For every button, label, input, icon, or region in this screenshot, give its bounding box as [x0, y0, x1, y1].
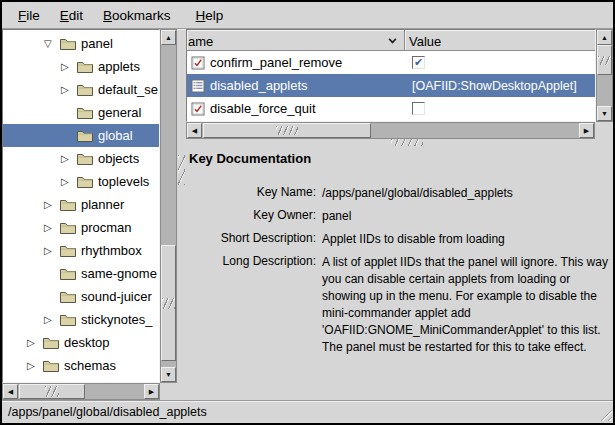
expander-closed-icon[interactable]: ▷ — [61, 62, 77, 72]
key-list-horizontal-scrollbar[interactable]: ◀ ▶ — [186, 122, 595, 139]
menu-edit[interactable]: Edit — [50, 4, 93, 27]
expander-open-icon[interactable]: ▽ — [44, 39, 60, 49]
key-value-text: [OAFIID:ShowDesktopApplet] — [412, 79, 577, 93]
scrollbar-thumb[interactable] — [597, 45, 612, 75]
sort-indicator-icon — [389, 36, 397, 44]
scroll-down-button[interactable]: ▼ — [161, 367, 176, 382]
key-documentation-pane: Key Documentation Key Name: /apps/panel/… — [186, 147, 613, 400]
doc-label-long-description: Long Description: — [189, 254, 316, 356]
tree-item-rhythmbox[interactable]: ▷rhythmbox — [3, 239, 159, 262]
key-row-confirm-panel-remove[interactable]: confirm_panel_remove ✔ — [187, 51, 595, 74]
value-checkbox-unchecked[interactable] — [412, 102, 425, 115]
folder-icon — [77, 175, 93, 188]
tree-item-stickynotes[interactable]: ▷stickynotes_ — [3, 308, 159, 331]
menubar: File Edit Bookmarks Help — [2, 2, 613, 29]
expander-closed-icon[interactable]: ▷ — [61, 177, 77, 187]
key-pane: ame Value confirm_panel_remove ✔ disable… — [186, 29, 613, 400]
folder-icon — [77, 152, 93, 165]
expander-closed-icon[interactable]: ▷ — [27, 361, 43, 371]
scroll-down-button[interactable]: ▼ — [597, 106, 612, 121]
tree-item-general[interactable]: general — [3, 101, 159, 124]
scrollbar-thumb[interactable] — [161, 245, 176, 361]
menu-file[interactable]: File — [8, 4, 50, 27]
statusbar: /apps/panel/global/disabled_applets — [2, 400, 613, 422]
list-key-icon — [191, 79, 205, 93]
gconf-editor-window: File Edit Bookmarks Help ▽panel ▷applets… — [0, 0, 615, 425]
menu-bookmarks[interactable]: Bookmarks — [93, 4, 181, 27]
folder-icon — [60, 244, 76, 257]
scroll-right-button[interactable]: ▶ — [144, 384, 159, 399]
key-row-disable-force-quit[interactable]: disable_force_quit — [187, 97, 595, 120]
folder-icon — [60, 198, 76, 211]
expander-closed-icon[interactable]: ▷ — [44, 315, 60, 325]
key-row-disabled-applets[interactable]: disabled_applets [OAFIID:ShowDesktopAppl… — [187, 74, 595, 97]
scroll-left-button[interactable]: ◀ — [187, 123, 202, 138]
folder-icon — [60, 221, 76, 234]
expander-closed-icon[interactable]: ▷ — [44, 223, 60, 233]
tree-item-objects[interactable]: ▷objects — [3, 147, 159, 170]
scrollbar-trough[interactable] — [202, 123, 579, 138]
scrollbar-trough[interactable] — [597, 45, 612, 106]
expander-closed-icon[interactable]: ▷ — [44, 246, 60, 256]
tree-vertical-scrollbar[interactable]: ▲ ▼ — [160, 29, 177, 383]
column-header-name[interactable]: ame — [187, 30, 405, 51]
menu-help[interactable]: Help — [186, 4, 234, 27]
doc-label-key-name: Key Name: — [189, 185, 316, 202]
folder-icon — [77, 60, 93, 73]
scroll-right-button[interactable]: ▶ — [579, 123, 594, 138]
scroll-left-button[interactable]: ◀ — [3, 384, 18, 399]
tree-pane: ▽panel ▷applets ▷default_se general glob… — [2, 29, 177, 400]
tree-item-toplevels[interactable]: ▷toplevels — [3, 170, 159, 193]
tree-item-sound-juicer[interactable]: sound-juicer — [3, 285, 159, 308]
pane-splitter-horizontal[interactable] — [186, 138, 613, 147]
key-list-vertical-scrollbar[interactable]: ▲ ▼ — [596, 29, 613, 122]
tree-item-default-setup[interactable]: ▷default_se — [3, 78, 159, 101]
statusbar-path: /apps/panel/global/disabled_applets — [8, 405, 207, 419]
doc-value-key-name: /apps/panel/global/disabled_applets — [322, 185, 613, 202]
doc-label-short-description: Short Description: — [189, 231, 316, 248]
tree-item-planner[interactable]: ▷planner — [3, 193, 159, 216]
boolean-key-icon — [191, 102, 205, 116]
window-resize-grip[interactable] — [597, 406, 612, 421]
column-header-value[interactable]: Value — [405, 30, 595, 51]
thumb-grip — [162, 298, 175, 309]
folder-icon — [77, 106, 93, 119]
tree-horizontal-scrollbar[interactable]: ◀ ▶ — [2, 383, 160, 400]
splitter-grip — [178, 155, 185, 185]
tree-item-same-gnome[interactable]: same-gnome — [3, 262, 159, 285]
folder-icon — [43, 336, 59, 349]
tree-item-procman[interactable]: ▷procman — [3, 216, 159, 239]
splitter-grip — [391, 139, 423, 146]
scrollbar-trough[interactable] — [161, 45, 176, 367]
folder-icon — [43, 359, 59, 372]
scrollbar-thumb[interactable] — [203, 123, 371, 138]
doc-value-long-description: A list of applet IIDs that the panel wil… — [322, 254, 613, 356]
tree-item-desktop[interactable]: ▷desktop — [3, 331, 159, 354]
folder-icon — [60, 313, 76, 326]
pane-splitter-vertical[interactable] — [177, 29, 186, 400]
expander-closed-icon[interactable]: ▷ — [61, 85, 77, 95]
expander-closed-icon[interactable]: ▷ — [61, 154, 77, 164]
config-tree: ▽panel ▷applets ▷default_se general glob… — [2, 29, 160, 383]
doc-value-short-description: Applet IIDs to disable from loading — [322, 231, 613, 248]
value-checkbox-checked[interactable]: ✔ — [412, 56, 425, 69]
expander-closed-icon[interactable]: ▷ — [27, 338, 43, 348]
scroll-up-button[interactable]: ▲ — [161, 30, 176, 45]
boolean-key-icon — [191, 56, 205, 70]
folder-icon — [60, 267, 76, 280]
tree-item-applets[interactable]: ▷applets — [3, 55, 159, 78]
scrollbar-thumb[interactable] — [19, 384, 85, 399]
thumb-grip — [598, 56, 611, 65]
tree-item-panel[interactable]: ▽panel — [3, 32, 159, 55]
tree-item-schemas[interactable]: ▷schemas — [3, 354, 159, 377]
key-list-header: ame Value — [187, 30, 595, 51]
expander-closed-icon[interactable]: ▷ — [44, 200, 60, 210]
scroll-up-button[interactable]: ▲ — [597, 30, 612, 45]
key-list: ame Value confirm_panel_remove ✔ disable… — [186, 29, 596, 122]
folder-icon — [60, 290, 76, 303]
tree-item-global[interactable]: global — [3, 124, 159, 147]
doc-label-key-owner: Key Owner: — [189, 208, 316, 225]
scrollbar-trough[interactable] — [18, 384, 144, 399]
folder-icon — [77, 83, 93, 96]
doc-title: Key Documentation — [189, 151, 613, 166]
